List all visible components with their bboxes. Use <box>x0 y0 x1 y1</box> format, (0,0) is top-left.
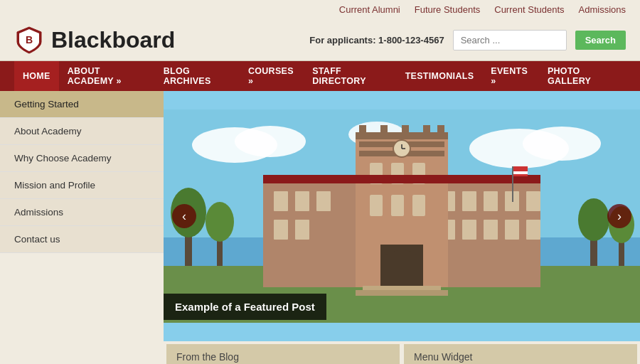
hero-slider: ‹ › Example of a Featured Post <box>164 91 640 341</box>
hero-caption: Example of a Featured Post <box>164 294 326 320</box>
svg-rect-30 <box>484 220 498 240</box>
header-right: For applicants: 1-800-123-4567 Search <box>309 30 626 50</box>
bottom-widgets-row: From the Blog Menu Widget <box>164 341 640 364</box>
sidebar-getting-started[interactable]: Getting Started <box>0 91 164 118</box>
nav-home[interactable]: HOME <box>14 61 59 91</box>
nav-photo-gallery[interactable]: PHOTO GALLERY <box>539 61 626 91</box>
admissions-top-link[interactable]: Admissions <box>579 4 626 15</box>
svg-rect-19 <box>295 191 309 211</box>
search-button[interactable]: Search <box>575 31 626 50</box>
svg-rect-57 <box>356 290 448 296</box>
nav-blog-archives[interactable]: BLOG ARCHIVES <box>155 61 240 91</box>
svg-rect-31 <box>505 220 519 240</box>
nav-staff-directory[interactable]: STAFF DIRECTORY <box>304 61 396 91</box>
svg-rect-32 <box>526 220 540 240</box>
svg-rect-20 <box>316 191 331 211</box>
svg-rect-29 <box>462 220 476 240</box>
svg-rect-50 <box>437 125 444 134</box>
current-students-link[interactable]: Current Students <box>494 4 564 15</box>
nav-about-academy[interactable]: ABOUT ACADEMY » <box>59 61 155 91</box>
svg-rect-55 <box>513 171 528 174</box>
content-area: ‹ › Example of a Featured Post From the … <box>164 91 640 364</box>
sidebar-why-choose[interactable]: Why Choose Academy <box>0 145 164 172</box>
svg-point-12 <box>206 202 234 242</box>
nav-testimonials[interactable]: TESTIMONIALS <box>397 61 483 91</box>
sidebar-contact[interactable]: Contact us <box>0 226 164 253</box>
applicants-label: For applicants: 1-800-123-4567 <box>309 35 444 46</box>
hero-next-button[interactable]: › <box>607 204 631 228</box>
navbar: HOME ABOUT ACADEMY » BLOG ARCHIVES COURS… <box>0 61 640 91</box>
menu-widget[interactable]: Menu Widget <box>404 344 637 364</box>
svg-rect-27 <box>295 220 309 240</box>
top-bar: Current Alumni Future Students Current S… <box>0 0 640 19</box>
logo-icon: B <box>14 25 44 55</box>
svg-rect-53 <box>512 166 513 202</box>
search-input[interactable] <box>453 30 567 50</box>
from-the-blog-widget[interactable]: From the Blog <box>166 344 400 364</box>
svg-rect-40 <box>391 195 404 216</box>
svg-rect-52 <box>263 175 540 183</box>
hero-prev-button[interactable]: ‹ <box>172 204 196 228</box>
sidebar: Getting Started About Academy Why Choose… <box>0 91 164 364</box>
svg-rect-25 <box>526 191 540 211</box>
sidebar-about-academy[interactable]: About Academy <box>0 118 164 145</box>
svg-rect-39 <box>370 195 383 216</box>
svg-point-7 <box>523 127 601 161</box>
sidebar-admissions[interactable]: Admissions <box>0 199 164 226</box>
header: B Blackboard For applicants: 1-800-123-4… <box>0 19 640 61</box>
svg-rect-26 <box>274 220 288 240</box>
svg-rect-46 <box>359 125 366 134</box>
svg-point-14 <box>578 198 609 241</box>
svg-rect-22 <box>462 191 476 211</box>
main-content: Getting Started About Academy Why Choose… <box>0 91 640 364</box>
future-students-link[interactable]: Future Students <box>415 4 481 15</box>
svg-rect-49 <box>423 125 430 134</box>
logo-area: B Blackboard <box>14 25 309 55</box>
svg-rect-47 <box>380 125 388 134</box>
nav-events[interactable]: EVENTS » <box>482 61 539 91</box>
svg-text:B: B <box>26 34 33 46</box>
sidebar-mission[interactable]: Mission and Profile <box>0 172 164 199</box>
svg-rect-48 <box>402 125 409 134</box>
nav-courses[interactable]: COURSES » <box>240 61 304 91</box>
logo-text: Blackboard <box>51 27 175 53</box>
current-alumni-link[interactable]: Current Alumni <box>339 4 400 15</box>
svg-rect-23 <box>484 191 498 211</box>
svg-point-4 <box>235 126 306 157</box>
svg-rect-18 <box>274 191 288 211</box>
svg-rect-41 <box>412 195 425 216</box>
